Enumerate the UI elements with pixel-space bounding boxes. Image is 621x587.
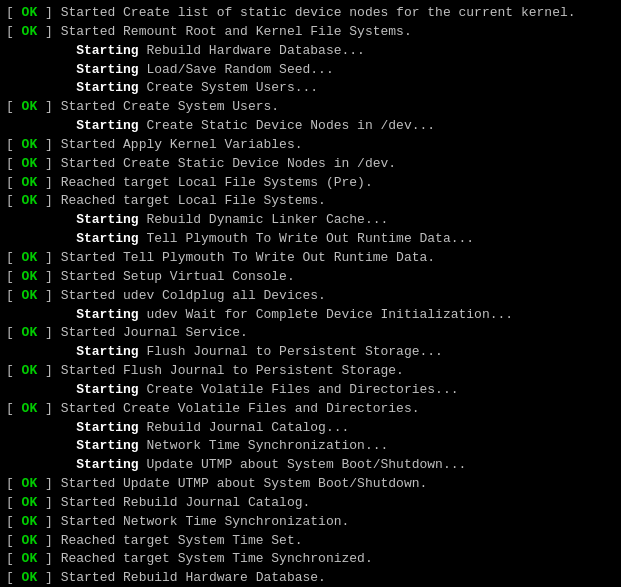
bracket-open: [	[6, 494, 22, 513]
terminal-line: [ OK ] Started Flush Journal to Persiste…	[6, 362, 615, 381]
ok-badge: OK	[22, 136, 38, 155]
line-indent	[6, 211, 76, 230]
line-content: Started Journal Service.	[53, 324, 248, 343]
bracket-close: ]	[37, 400, 53, 419]
line-content: Started Remount Root and Kernel File Sys…	[53, 23, 412, 42]
line-content: Reached target Local File Systems (Pre).	[53, 174, 373, 193]
starting-label: Starting	[76, 211, 138, 230]
terminal-line: Starting Rebuild Hardware Database...	[6, 42, 615, 61]
line-indent	[6, 419, 76, 438]
bracket-close: ]	[37, 192, 53, 211]
ok-badge: OK	[22, 513, 38, 532]
line-content: Started Setup Virtual Console.	[53, 268, 295, 287]
bracket-close: ]	[37, 324, 53, 343]
line-content: Rebuild Journal Catalog...	[139, 419, 350, 438]
bracket-close: ]	[37, 513, 53, 532]
bracket-open: [	[6, 569, 22, 587]
line-content: Rebuild Dynamic Linker Cache...	[139, 211, 389, 230]
ok-badge: OK	[22, 174, 38, 193]
bracket-open: [	[6, 4, 22, 23]
line-content: Reached target Local File Systems.	[53, 192, 326, 211]
starting-label: Starting	[76, 79, 138, 98]
terminal-line: [ OK ] Reached target Local File Systems…	[6, 174, 615, 193]
bracket-open: [	[6, 98, 22, 117]
bracket-close: ]	[37, 569, 53, 587]
ok-badge: OK	[22, 287, 38, 306]
bracket-close: ]	[37, 98, 53, 117]
ok-badge: OK	[22, 362, 38, 381]
line-content: Started Create System Users.	[53, 98, 279, 117]
line-content: Started Update UTMP about System Boot/Sh…	[53, 475, 427, 494]
terminal-line: Starting Rebuild Journal Catalog...	[6, 419, 615, 438]
bracket-close: ]	[37, 23, 53, 42]
bracket-open: [	[6, 400, 22, 419]
line-content: Create Volatile Files and Directories...	[139, 381, 459, 400]
bracket-open: [	[6, 362, 22, 381]
line-indent	[6, 456, 76, 475]
line-indent	[6, 79, 76, 98]
ok-badge: OK	[22, 4, 38, 23]
bracket-close: ]	[37, 494, 53, 513]
ok-badge: OK	[22, 550, 38, 569]
terminal-line: [ OK ] Started Rebuild Hardware Database…	[6, 569, 615, 587]
terminal-output: [ OK ] Started Create list of static dev…	[6, 4, 615, 587]
line-indent	[6, 343, 76, 362]
terminal-line: Starting udev Wait for Complete Device I…	[6, 306, 615, 325]
bracket-open: [	[6, 475, 22, 494]
bracket-open: [	[6, 550, 22, 569]
line-content: Network Time Synchronization...	[139, 437, 389, 456]
line-content: Started udev Coldplug all Devices.	[53, 287, 326, 306]
line-content: Reached target System Time Synchronized.	[53, 550, 373, 569]
bracket-close: ]	[37, 475, 53, 494]
bracket-open: [	[6, 155, 22, 174]
terminal-line: [ OK ] Started Rebuild Journal Catalog.	[6, 494, 615, 513]
bracket-close: ]	[37, 4, 53, 23]
line-content: Started Create list of static device nod…	[53, 4, 576, 23]
line-indent	[6, 306, 76, 325]
line-indent	[6, 437, 76, 456]
terminal-line: Starting Load/Save Random Seed...	[6, 61, 615, 80]
line-content: Started Apply Kernel Variables.	[53, 136, 303, 155]
line-indent	[6, 381, 76, 400]
line-indent	[6, 117, 76, 136]
bracket-open: [	[6, 324, 22, 343]
ok-badge: OK	[22, 155, 38, 174]
starting-label: Starting	[76, 437, 138, 456]
terminal-line: [ OK ] Started Create System Users.	[6, 98, 615, 117]
terminal-line: Starting Network Time Synchronization...	[6, 437, 615, 456]
bracket-open: [	[6, 513, 22, 532]
line-content: Started Create Static Device Nodes in /d…	[53, 155, 396, 174]
ok-badge: OK	[22, 494, 38, 513]
starting-label: Starting	[76, 117, 138, 136]
bracket-open: [	[6, 532, 22, 551]
bracket-close: ]	[37, 249, 53, 268]
line-content: Reached target System Time Set.	[53, 532, 303, 551]
bracket-open: [	[6, 136, 22, 155]
ok-badge: OK	[22, 268, 38, 287]
terminal-line: Starting Create Static Device Nodes in /…	[6, 117, 615, 136]
ok-badge: OK	[22, 324, 38, 343]
terminal-line: [ OK ] Started Create list of static dev…	[6, 4, 615, 23]
terminal-line: Starting Rebuild Dynamic Linker Cache...	[6, 211, 615, 230]
starting-label: Starting	[76, 343, 138, 362]
ok-badge: OK	[22, 569, 38, 587]
starting-label: Starting	[76, 306, 138, 325]
line-content: Create Static Device Nodes in /dev...	[139, 117, 435, 136]
bracket-close: ]	[37, 287, 53, 306]
terminal-line: Starting Create System Users...	[6, 79, 615, 98]
starting-label: Starting	[76, 456, 138, 475]
bracket-open: [	[6, 192, 22, 211]
line-indent	[6, 230, 76, 249]
terminal-line: [ OK ] Started Apply Kernel Variables.	[6, 136, 615, 155]
line-content: Started Tell Plymouth To Write Out Runti…	[53, 249, 435, 268]
line-content: Update UTMP about System Boot/Shutdown..…	[139, 456, 467, 475]
bracket-open: [	[6, 287, 22, 306]
terminal-line: Starting Create Volatile Files and Direc…	[6, 381, 615, 400]
ok-badge: OK	[22, 192, 38, 211]
line-content: Started Rebuild Hardware Database.	[53, 569, 326, 587]
line-content: Flush Journal to Persistent Storage...	[139, 343, 443, 362]
starting-label: Starting	[76, 61, 138, 80]
bracket-close: ]	[37, 136, 53, 155]
bracket-close: ]	[37, 532, 53, 551]
bracket-close: ]	[37, 268, 53, 287]
